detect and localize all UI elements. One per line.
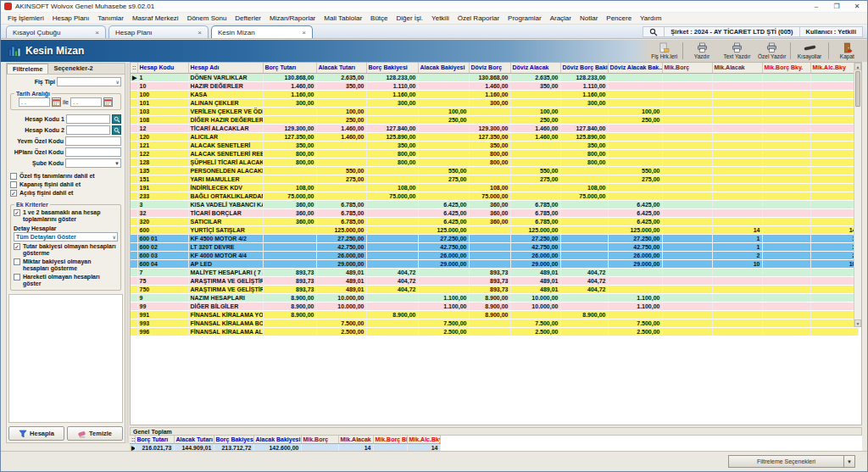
table-row[interactable]: 9NAZIM HESAPLARI8.900,0010.000,001.100,0… [131,293,858,302]
menu-item[interactable]: Mizan/Raporlar [265,14,320,22]
tab-kesin-mizan[interactable]: Kesin Mizan× [211,25,313,38]
close-button[interactable]: ✕ [847,1,867,12]
close-icon[interactable]: × [192,29,202,36]
table-row[interactable]: 108DİĞER HAZIR DEĞERLER250,00250,00250,0… [131,115,858,124]
calendar-icon[interactable] [103,97,113,107]
hesap-kodu-1-input[interactable] [66,114,110,124]
hesapla-button[interactable]: Hesapla [8,426,64,441]
date-to-input[interactable]: . . [70,97,102,107]
table-row[interactable]: 151YARI MAMULLER275,00275,00275,00275,00 [131,175,858,183]
column-header[interactable]: Alacak Bakiyesi [418,63,469,73]
table-row[interactable]: 600 03KF 4000 MOTOR 4/426.000,0026.000,0… [131,251,858,259]
filter-tab-seçenekler-2[interactable]: Seçenekler-2 [48,64,97,74]
menu-item[interactable]: Yardım [636,14,665,22]
detay-hesaplar-select[interactable]: Tüm Detayları Göster ∨ [14,232,118,242]
table-row[interactable]: 7MALİYET HESAPLARI ( 7 / 893,73489,01404… [131,268,858,276]
checkbox[interactable] [14,258,20,265]
menu-item[interactable]: Yetkili [427,14,453,22]
checkbox[interactable]: ✓ [14,243,20,250]
column-header[interactable]: Alacak Tutarı [316,63,366,73]
close-icon[interactable]: × [297,29,306,36]
column-header[interactable]: Mik.Alacak [712,63,762,73]
menu-item[interactable]: Özel Raporlar [453,14,504,22]
column-header[interactable]: Döviz Alacak Bak... [608,63,662,73]
menu-item[interactable]: Fiş İşlemleri [3,14,48,22]
account-lookup-icon[interactable] [112,114,121,124]
table-row[interactable]: 122ALACAK SENETLERİ REESKO800,00800,0080… [131,149,858,158]
checkbox[interactable]: ✓ [14,209,20,216]
date-from-input[interactable]: . . [19,97,50,107]
menu-item[interactable]: Hesap Planı [48,14,94,22]
column-header[interactable]: Borç Bakiyesi [366,63,418,73]
table-row[interactable]: 120ALICILAR127.350,001.460,00125.890,001… [131,132,858,141]
hplani-ozel-kodu-input[interactable] [65,147,121,157]
column-header[interactable]: Döviz Alacak [510,63,560,73]
grid-scrollbar[interactable]: ▲ ▼ [854,63,861,327]
table-row[interactable]: 320SATICILAR360,006.785,006.425,00360,00… [131,217,858,225]
table-row[interactable]: 993FİNANSAL KİRALAMA BORÇ7.500,007.500,0… [131,319,858,327]
table-row[interactable]: 128ŞÜPHELİ TİCARİ ALACAKL800,00800,00800… [131,158,858,166]
menu-item[interactable]: Mali Tablolar [320,14,366,22]
table-row[interactable]: 600YURTİÇİ SATIŞLAR125.000,00125.000,001… [131,225,858,234]
column-header[interactable]: Borç Tutarı [263,63,316,73]
table-row[interactable]: ▶1DÖNEN VARLIKLAR130.868,002.635,00128.2… [131,73,858,81]
table-row[interactable]: 99DİĞER BİLGİLER8.900,0010.000,001.100,0… [131,302,858,310]
menu-item[interactable]: Pencere [602,14,636,22]
menu-item[interactable]: Masraf Merkezi [128,14,183,22]
table-row[interactable]: 10HAZIR DEĞERLER1.460,00350,001.110,001.… [131,81,858,90]
fiş-hrk-leri-button[interactable]: Fiş Hrk.leri [647,41,682,62]
table-row[interactable]: 991FİNANSAL KİRALAMA YOLU8.900,008.900,0… [131,310,858,319]
temizle-button[interactable]: Temizle [67,426,123,441]
tab-hesap-planı[interactable]: Hesap Planı× [108,25,209,38]
table-row[interactable]: 103VERİLEN ÇEKLER VE ÖDEME100,00100,0010… [131,107,858,115]
table-row[interactable]: 32TİCARİ BORÇLAR360,006.785,006.425,0036… [131,208,858,217]
menu-item[interactable]: Diğer İşl. [392,14,428,22]
checkbox[interactable] [10,173,17,180]
scroll-down-icon[interactable]: ▼ [854,319,861,327]
maximize-button[interactable]: ❐ [826,1,847,12]
menu-item[interactable]: Notlar [576,14,602,22]
filtreleme-secenekleri-button[interactable]: Filtreleme Seçenekleri ▼ [728,455,855,468]
column-header[interactable]: Mik.Borç [662,63,712,73]
hesap-kodu-2-input[interactable] [66,125,110,135]
table-row[interactable]: 600 01KF 4500 MOTOR 4/227.250,0027.250,0… [131,234,858,242]
table-row[interactable]: 100KASA1.160,001.160,001.160,001.160,00 [131,90,858,98]
menu-item[interactable]: Araçlar [546,14,576,22]
menu-item[interactable]: Bütçe [366,14,392,22]
table-row[interactable]: 600 04AP LED29.000,0029.000,0029.000,002… [131,259,858,268]
menu-item[interactable]: Defterler [231,14,265,22]
table-row[interactable]: 121ALACAK SENETLERİ350,00350,00350,00350… [131,141,858,149]
column-header[interactable]: Hesap Kodu [137,63,188,73]
table-row[interactable]: 135PERSONELDEN ALACAKLAR550,00550,00550,… [131,166,858,175]
table-row[interactable]: 3KISA VADELİ YABANCI KAY360,006.785,006.… [131,200,858,208]
menu-item[interactable]: Dönem Sonu [183,14,231,22]
menu-item[interactable]: Tanımlar [93,14,128,22]
sube-kodu-select[interactable]: ▼ [65,158,121,168]
tab-kısayol-çubuğu[interactable]: Kısayol Çubuğu× [6,25,106,38]
kısayollar-button[interactable]: Kısayollar [792,41,826,62]
checkbox[interactable] [14,274,20,280]
table-row[interactable]: 600 02LT 320T DEVRE42.750,0042.750,0042.… [131,242,858,251]
close-icon[interactable]: × [90,29,99,36]
menu-item[interactable]: Programlar [504,14,546,22]
column-header[interactable]: Döviz Borç Bakiye [560,63,608,73]
minimize-button[interactable]: – [806,1,826,12]
table-row[interactable]: 101ALINAN ÇEKLER300,00300,00300,00300,00 [131,98,858,107]
table-row[interactable]: 75ARAŞTIRMA VE GELİŞTİRM893,73489,01404,… [131,276,858,285]
column-header[interactable]: Mik.Borç Bky. [762,63,810,73]
calendar-icon[interactable] [52,97,61,107]
kapat-button[interactable]: Kapat [830,41,865,62]
filter-tab-filtreleme[interactable]: Filtreleme [7,64,48,74]
özel-yazdır-button[interactable]: Özel Yazdır [754,41,789,62]
account-lookup-icon[interactable] [112,125,121,135]
table-row[interactable]: 191İNDİRİLECEK KDV108,00108,00108,00108,… [131,183,858,192]
scroll-up-icon[interactable]: ▲ [854,63,861,70]
panel-splitter[interactable] [126,63,129,443]
checkbox[interactable]: ✓ [10,190,17,197]
text-yazdır-button[interactable]: Text Yazdır [720,41,754,62]
table-row[interactable]: 233BAĞLI ORTAKLIKLARDAN A75.000,0075.000… [131,192,858,200]
yevm-ozel-kodu-input[interactable] [65,136,121,146]
search-icon[interactable] [643,27,664,36]
column-header[interactable]: Hesap Adı [188,63,263,73]
fis-tipi-select[interactable]: ∨ [57,77,121,86]
